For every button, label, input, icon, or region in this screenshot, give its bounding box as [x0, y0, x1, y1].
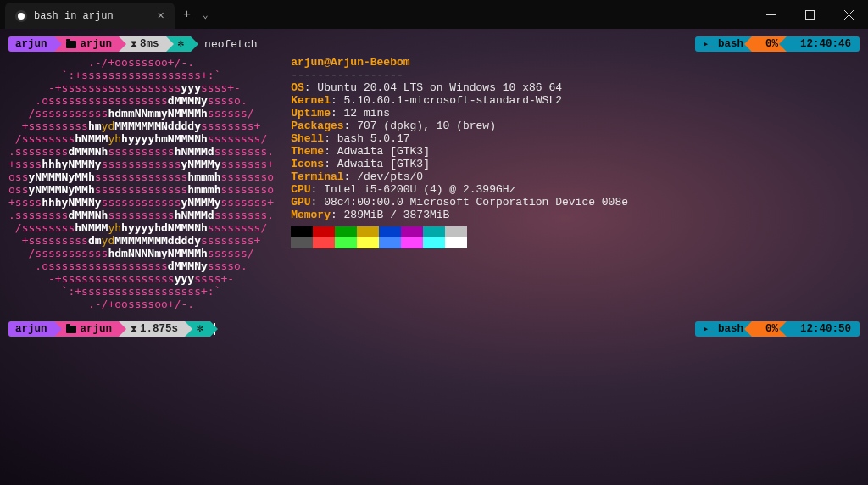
tab-controls: + ⌄: [175, 0, 217, 29]
color-row-2: [291, 237, 628, 248]
folder-icon: [66, 326, 76, 333]
color-block: [445, 237, 467, 248]
folder-icon: [66, 41, 76, 48]
color-block: [335, 237, 357, 248]
color-block: [357, 226, 379, 237]
prompt-exec-time: ⧗1.875s: [119, 321, 185, 337]
hourglass-icon: ⧗: [131, 36, 137, 52]
color-row-1: [291, 226, 628, 237]
info-line: CPU: Intel i5-6200U (4) @ 2.399GHz: [291, 183, 628, 196]
tab-title: bash in arjun: [34, 10, 114, 22]
right-status-2: ▸_bash 0% 12:40:50: [695, 321, 860, 337]
color-block: [291, 226, 313, 237]
close-button[interactable]: [829, 0, 868, 29]
info-line: OS: Ubuntu 20.04 LTS on Windows 10 x86_6…: [291, 81, 628, 94]
svg-rect-1: [805, 10, 814, 19]
bang-icon: ✼: [178, 36, 185, 52]
system-info: arjun@Arjun-Beebom ----------------- OS:…: [291, 56, 628, 310]
color-block: [313, 237, 335, 248]
separator-dashes: -----------------: [291, 69, 628, 81]
info-line: Kernel: 5.10.60.1-microsoft-standard-WSL…: [291, 94, 628, 107]
user-host: arjun@Arjun-Beebom: [291, 56, 409, 69]
maximize-button[interactable]: [790, 0, 829, 29]
ascii-logo: .-/+oossssoo+/-. `:+ssssssssssssssssss+:…: [8, 56, 274, 310]
color-block: [335, 226, 357, 237]
prompt-user: arjun: [8, 321, 54, 337]
command-text: neofetch: [204, 38, 257, 51]
status-clock: 12:40:50: [787, 321, 860, 337]
new-tab-icon[interactable]: +: [183, 8, 191, 22]
prompt-line-1: arjun arjun ⧗8ms ✼ neofetch ▸_bash 0% 12…: [8, 36, 860, 53]
color-block: [313, 226, 335, 237]
prompt-dir: arjun: [54, 321, 120, 337]
color-block: [379, 237, 401, 248]
color-block: [379, 226, 401, 237]
color-block: [401, 226, 423, 237]
info-line: Shell: bash 5.0.17: [291, 132, 628, 145]
shell-icon: ▸_: [704, 321, 715, 337]
info-line: GPU: 08c4:00:00.0 Microsoft Corporation …: [291, 196, 628, 209]
neofetch-output: .-/+oossssoo+/-. `:+ssssssssssssssssss+:…: [8, 56, 860, 310]
status-shell: ▸_bash: [695, 321, 752, 337]
info-line: Theme: Adwaita [GTK3]: [291, 145, 628, 158]
hourglass-icon: ⧗: [131, 321, 137, 337]
prompt-user: arjun: [8, 36, 54, 52]
status-clock: 12:40:46: [787, 36, 860, 52]
color-block: [423, 226, 445, 237]
minimize-button[interactable]: [751, 0, 790, 29]
color-block: [291, 237, 313, 248]
shell-icon: ▸_: [704, 36, 715, 52]
color-block: [357, 237, 379, 248]
color-block: [401, 237, 423, 248]
prompt-line-2: arjun arjun ⧗1.875s ✼ ▸_bash 0% 12:40:50: [8, 321, 860, 337]
titlebar: bash in arjun × + ⌄: [0, 0, 868, 29]
terminal-body[interactable]: arjun arjun ⧗8ms ✼ neofetch ▸_bash 0% 12…: [0, 29, 868, 337]
status-shell: ▸_bash: [695, 36, 752, 52]
tab-active[interactable]: bash in arjun ×: [5, 3, 175, 29]
bang-icon: ✼: [197, 321, 203, 337]
info-line: Terminal: /dev/pts/0: [291, 170, 628, 183]
info-line: Memory: 289MiB / 3873MiB: [291, 209, 628, 221]
tux-icon: [15, 10, 27, 22]
info-line: Uptime: 12 mins: [291, 107, 628, 120]
tabs-area: bash in arjun × + ⌄: [0, 0, 217, 29]
color-block: [423, 237, 445, 248]
tab-close-icon[interactable]: ×: [158, 10, 164, 22]
tab-dropdown-icon[interactable]: ⌄: [203, 9, 209, 20]
prompt-dir: arjun: [54, 36, 120, 52]
info-line: Packages: 707 (dpkg), 10 (brew): [291, 120, 628, 132]
window-controls: [751, 0, 868, 29]
right-status-1: ▸_bash 0% 12:40:46: [695, 36, 860, 52]
color-block: [445, 226, 467, 237]
info-line: Icons: Adwaita [GTK3]: [291, 158, 628, 170]
